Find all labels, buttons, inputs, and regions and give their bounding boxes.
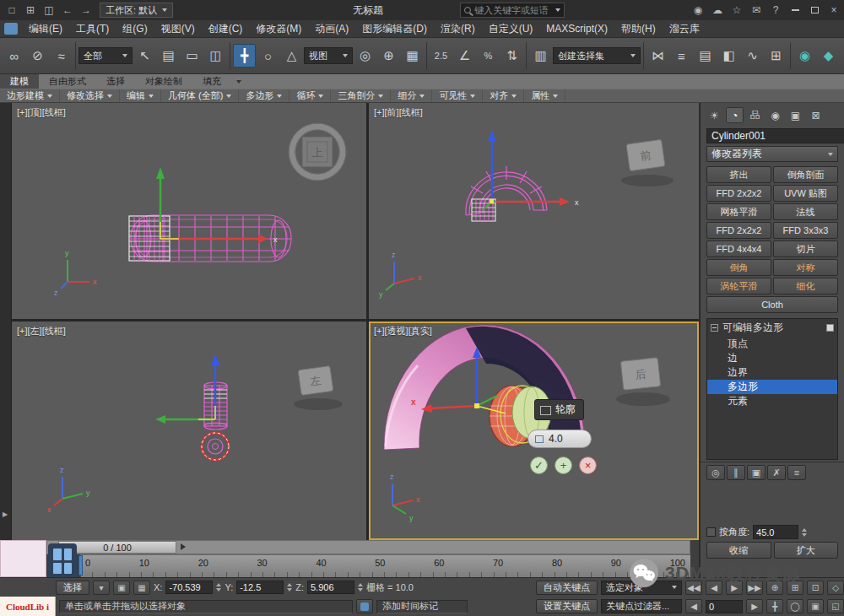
tab-utilities[interactable]: ⊠	[807, 107, 825, 123]
ribbon-group-subdivision[interactable]: 细分	[391, 89, 432, 102]
ribbon-group-poly-modeling[interactable]: 边形建模	[0, 89, 60, 102]
selection-lock-group[interactable]: 选择	[56, 581, 89, 595]
material-editor-icon[interactable]: ◉	[793, 44, 816, 68]
tab-display[interactable]: ▣	[787, 107, 804, 123]
lock-icon[interactable]: ▣	[113, 581, 130, 595]
shrink-button[interactable]: 收缩	[706, 542, 771, 559]
viewport-top[interactable]: [+][顶][线框] 上	[12, 103, 366, 319]
track-bar[interactable]: 0102030405060708090100	[80, 554, 690, 577]
tab-modify[interactable]: ◔	[726, 107, 744, 123]
selection-region-icon[interactable]: ▭	[181, 44, 203, 68]
snap-toggle[interactable]: 2.5	[430, 44, 452, 68]
stack-subobject-element[interactable]: 元素	[707, 394, 837, 408]
ribbon-toggle-icon[interactable]: ◧	[717, 44, 740, 68]
ribbon-group-loops[interactable]: 循环	[289, 89, 331, 102]
rendered-frame-icon[interactable]: ▣	[841, 44, 844, 68]
modifier-button[interactable]: 细化	[773, 278, 838, 294]
add-time-tag[interactable]: 添加时间标记	[376, 600, 468, 613]
tab-motion[interactable]: ◉	[766, 107, 784, 123]
ribbon-collapse-icon[interactable]	[236, 80, 241, 84]
menu-maxscript[interactable]: MAXScript(X)	[539, 20, 614, 38]
remove-modifier-icon[interactable]: ✗	[767, 465, 786, 480]
reference-coord-dropdown[interactable]: 视图	[304, 47, 353, 64]
viewport-label[interactable]: [+][前][线框]	[374, 106, 423, 119]
render-setup-icon[interactable]: ◆	[817, 44, 840, 68]
chat-icon[interactable]: ✉	[748, 3, 765, 18]
viewport-front[interactable]: [+][前][线框] 前	[369, 103, 699, 319]
ribbon-group-geometry-all[interactable]: 几何体 (全部)	[161, 89, 239, 102]
isolate-toggle-icon[interactable]: ▾	[93, 581, 110, 595]
minimize-button[interactable]	[787, 3, 803, 18]
by-angle-value[interactable]	[753, 525, 798, 539]
y-spinner[interactable]	[287, 583, 292, 592]
select-and-manipulate-icon[interactable]: ⊕	[377, 44, 400, 68]
menu-create[interactable]: 创建(C)	[202, 20, 250, 38]
ribbon-group-visibility[interactable]: 可见性	[432, 89, 483, 102]
cloud-icon[interactable]: ☁	[709, 3, 726, 18]
menu-group[interactable]: 组(G)	[116, 20, 154, 38]
modifier-button[interactable]: 倒角剖面	[773, 166, 838, 183]
z-coord-field[interactable]	[307, 581, 354, 594]
menu-help[interactable]: 帮助(H)	[614, 20, 663, 38]
select-and-rotate-icon[interactable]: ○	[257, 44, 279, 68]
help-icon[interactable]: ?	[767, 3, 784, 18]
caddy-ok-button[interactable]: ✓	[530, 457, 548, 474]
object-name-field[interactable]	[706, 128, 844, 143]
stack-root-item[interactable]: 可编辑多边形	[707, 319, 837, 337]
zoom-region-icon[interactable]: ▣	[807, 599, 824, 613]
ribbon-group-edit[interactable]: 编辑	[120, 89, 161, 102]
menu-graph-editors[interactable]: 图形编辑器(D)	[355, 20, 434, 38]
modifier-button[interactable]: FFD 3x3x3	[773, 222, 838, 239]
ribbon-group-tris[interactable]: 三角剖分	[331, 89, 391, 102]
ribbon-group-polygons[interactable]: 多边形	[239, 89, 289, 102]
redo-icon[interactable]: →	[78, 3, 95, 18]
ribbon-tab-populate[interactable]: 填充	[192, 74, 231, 89]
next-frame-icon[interactable]	[181, 543, 186, 550]
current-frame-field[interactable]	[706, 600, 743, 613]
caddy-cancel-button[interactable]: ×	[579, 457, 597, 474]
viewport-left-canvas[interactable]: 左	[12, 322, 366, 540]
workspace-dropdown[interactable]: 工作区: 默认	[100, 3, 173, 18]
modifier-button[interactable]: 挤出	[706, 166, 771, 183]
unlink-selection-icon[interactable]: ⊘	[26, 44, 49, 68]
viewcube[interactable]: 后	[616, 358, 670, 406]
menu-edit[interactable]: 编辑(E)	[22, 20, 69, 38]
tab-create[interactable]: ☀	[706, 107, 723, 123]
search-input[interactable]	[474, 5, 552, 15]
select-and-move-icon[interactable]: ╋	[233, 44, 256, 68]
undo-icon[interactable]: ←	[59, 3, 76, 18]
spinner-snap-icon[interactable]: ⇅	[500, 44, 523, 68]
show-end-result-icon[interactable]: ∥	[727, 465, 745, 480]
time-tag-icon[interactable]	[356, 599, 373, 613]
viewcube[interactable]: 左	[294, 366, 343, 410]
x-coord-field[interactable]	[165, 581, 213, 594]
set-key-button[interactable]: 设置关键点	[536, 599, 598, 613]
stack-subobject-edge[interactable]: 边	[707, 351, 837, 365]
stack-subobject-border[interactable]: 边界	[707, 365, 837, 380]
align-icon[interactable]: ≡	[670, 44, 693, 68]
menu-animation[interactable]: 动画(A)	[308, 20, 355, 38]
modifier-list-dropdown[interactable]: 修改器列表	[706, 146, 838, 162]
viewport-front-canvas[interactable]: 前 x	[369, 103, 699, 319]
named-selection-sets-icon[interactable]: ▥	[529, 44, 552, 68]
layer-manager-icon[interactable]: ▤	[694, 44, 717, 68]
modifier-button[interactable]: FFD 2x2x2	[706, 222, 771, 239]
save-icon[interactable]: ◫	[41, 3, 57, 18]
menu-rendering[interactable]: 渲染(R)	[434, 20, 482, 38]
y-coord-field[interactable]	[236, 581, 284, 594]
modifier-button[interactable]: 法线	[773, 203, 838, 220]
menu-cloudlib[interactable]: 溜云库	[663, 20, 706, 38]
selection-filter-dropdown[interactable]: 全部	[78, 47, 133, 64]
viewcube[interactable]: 上	[289, 123, 346, 181]
angle-spinner[interactable]	[802, 528, 807, 537]
mirror-icon[interactable]: ⋈	[647, 44, 669, 68]
modifier-button[interactable]: 对称	[773, 259, 838, 276]
close-button[interactable]: ×	[825, 3, 842, 18]
zoom-extents-icon[interactable]: ⊡	[807, 581, 824, 595]
ribbon-tab-modeling[interactable]: 建模	[0, 74, 39, 89]
pin-stack-icon[interactable]: ◎	[706, 465, 725, 480]
grid-toggle-icon[interactable]: ▦	[133, 581, 150, 595]
collapse-icon[interactable]	[711, 324, 718, 332]
fov-icon[interactable]: ◇	[827, 581, 844, 595]
signin-icon[interactable]: ◉	[690, 3, 706, 18]
